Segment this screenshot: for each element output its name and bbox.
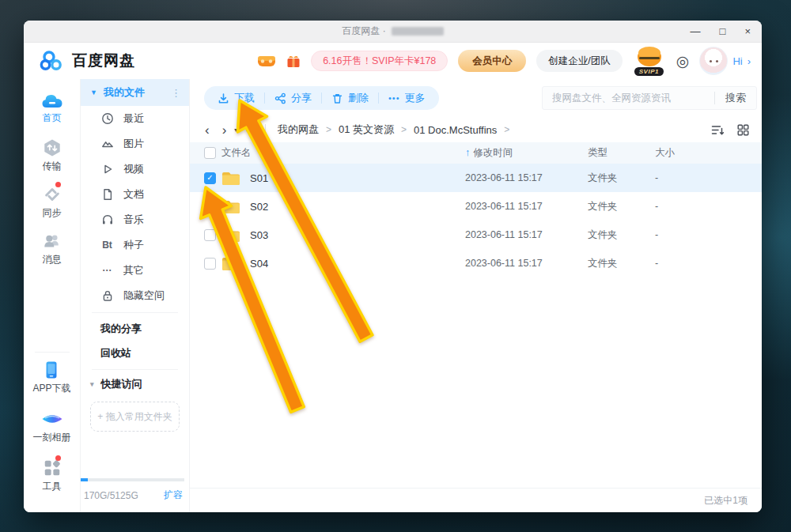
- expand-storage-link[interactable]: 扩容: [164, 489, 183, 502]
- title-bar[interactable]: 百度网盘 · — □ ×: [24, 21, 762, 43]
- folder-icon: [221, 199, 240, 214]
- theme-aperture-icon[interactable]: ◎: [676, 54, 690, 69]
- breadcrumb-folder[interactable]: 01 英文资源: [339, 123, 394, 137]
- notification-dot: [55, 455, 61, 461]
- sidebar-item-videos[interactable]: 视频: [81, 157, 189, 182]
- sidebar-item-pictures[interactable]: 图片: [81, 131, 189, 157]
- storage-progress-fill: [81, 478, 88, 481]
- download-button[interactable]: 下载: [208, 91, 264, 105]
- sidebar-item-quick-access[interactable]: ▾ 快捷访问: [81, 373, 189, 395]
- caret-down-icon: ▼: [90, 89, 97, 96]
- sort-order-icon[interactable]: [711, 124, 725, 136]
- sidebar-item-others[interactable]: ··· 其它: [81, 258, 189, 283]
- sidebar-item-label: 音乐: [123, 213, 144, 227]
- rail-item-sync[interactable]: 同步: [42, 185, 62, 220]
- table-row[interactable]: ✓ S03 2023-06-11 15:17 文件夹 -: [190, 221, 762, 249]
- rail-item-photos[interactable]: 一刻相册: [33, 409, 71, 444]
- search-button[interactable]: 搜索: [715, 91, 756, 105]
- transfer-icon: [42, 138, 62, 157]
- more-button[interactable]: ••• 更多: [379, 91, 435, 105]
- file-size: -: [655, 258, 746, 269]
- rail-label: 首页: [43, 111, 62, 125]
- user-account[interactable]: Hi ›: [699, 47, 751, 75]
- kebab-menu-icon[interactable]: ⋮: [171, 87, 181, 99]
- search-input[interactable]: [543, 92, 714, 104]
- rail-label: 同步: [43, 206, 62, 220]
- refresh-icon[interactable]: ↻: [244, 123, 255, 137]
- file-browser-panel: 下载 分享: [190, 79, 762, 512]
- sidebar-item-recent[interactable]: 最近: [81, 106, 189, 131]
- sidebar-item-documents[interactable]: 文档: [81, 182, 189, 207]
- row-S02-checkbox[interactable]: ✓: [204, 201, 216, 213]
- sidebar-item-recycle-bin[interactable]: 回收站: [81, 341, 189, 365]
- back-button[interactable]: ‹: [205, 123, 210, 137]
- history-caret-icon[interactable]: ▾: [234, 126, 237, 134]
- rail-item-home[interactable]: 首页: [41, 92, 63, 126]
- play-icon: [100, 163, 114, 175]
- rail-item-app-download[interactable]: APP下载: [32, 360, 70, 395]
- share-button[interactable]: 分享: [265, 91, 321, 105]
- rail-label: 一刻相册: [33, 431, 71, 444]
- messages-icon: [42, 232, 62, 251]
- avatar: [699, 47, 728, 75]
- sidebar-item-my-shares[interactable]: 我的分享: [81, 316, 189, 341]
- forward-button[interactable]: ›: [222, 123, 227, 137]
- breadcrumb-bar: ‹ › ▾ ↻ 我的网盘 > 01 英文资源 > 01 Doc.McStuffi…: [190, 117, 762, 142]
- grid-view-icon[interactable]: [737, 124, 749, 136]
- phone-icon: [41, 360, 62, 379]
- column-type[interactable]: 类型: [588, 146, 655, 160]
- rail-item-transfer[interactable]: 传输: [42, 138, 62, 173]
- sidebar-item-label: 我的分享: [100, 322, 142, 336]
- gift-icon[interactable]: [286, 55, 301, 68]
- svip-promo-banner[interactable]: 6.16开售！SVIP年卡¥178: [311, 51, 448, 71]
- sidebar-item-label: 其它: [123, 263, 144, 277]
- column-name[interactable]: 文件名: [221, 146, 465, 160]
- sidebar-item-my-files[interactable]: ▼ 我的文件 ⋮: [81, 79, 189, 106]
- breadcrumb-current[interactable]: 01 Doc.McStuffins: [414, 124, 497, 136]
- select-all-checkbox[interactable]: ✓: [204, 147, 216, 159]
- table-row[interactable]: ✓ S02 2023-06-11 15:17 文件夹 -: [190, 192, 762, 221]
- column-time[interactable]: ↑修改时间: [465, 146, 588, 160]
- notification-dot: [55, 182, 61, 187]
- rail-item-tools[interactable]: 工具: [42, 458, 62, 493]
- nav-rail: 首页 传输 同步: [24, 79, 81, 512]
- minimize-button[interactable]: —: [691, 26, 701, 36]
- row-S04-checkbox[interactable]: ✓: [204, 258, 216, 270]
- file-type: 文件夹: [588, 228, 655, 242]
- maximize-button[interactable]: □: [720, 26, 726, 36]
- share-icon: [274, 92, 286, 104]
- headphones-icon: [100, 213, 114, 226]
- drag-folder-dropzone[interactable]: + 拖入常用文件夹: [90, 402, 180, 432]
- breadcrumb-root[interactable]: 我的网盘: [278, 123, 319, 137]
- close-button[interactable]: ×: [744, 26, 751, 36]
- more-dots-icon: •••: [388, 93, 400, 103]
- member-center-button[interactable]: 会员中心: [458, 50, 526, 72]
- file-type: 文件夹: [588, 172, 655, 185]
- file-name: S02: [250, 201, 268, 213]
- cloud-icon: [41, 92, 63, 109]
- svip-avatar[interactable]: SVIP1: [633, 46, 666, 76]
- file-sidebar: ▼ 我的文件 ⋮ 最近 图片: [81, 79, 190, 512]
- sidebar-item-label: 种子: [123, 238, 144, 252]
- sidebar-item-hidden-space[interactable]: 隐藏空间: [81, 283, 189, 308]
- row-S03-checkbox[interactable]: ✓: [204, 229, 216, 241]
- sidebar-item-torrents[interactable]: Bt 种子: [81, 232, 189, 258]
- create-team-button[interactable]: 创建企业/团队: [536, 50, 622, 72]
- game-controller-icon[interactable]: [257, 55, 276, 68]
- action-label: 删除: [348, 91, 369, 105]
- caret-down-icon: ▾: [90, 380, 94, 388]
- lens-icon: [41, 409, 63, 428]
- action-label: 下载: [234, 91, 255, 105]
- table-row[interactable]: ✓ S01 2023-06-11 15:17 文件夹 -: [190, 164, 762, 192]
- sidebar-item-music[interactable]: 音乐: [81, 207, 189, 232]
- table-row[interactable]: ✓ S04 2023-06-11 15:17 文件夹 -: [190, 249, 762, 277]
- rail-item-messages[interactable]: 消息: [42, 232, 62, 266]
- row-S01-checkbox[interactable]: ✓: [204, 172, 216, 184]
- tools-grid-icon: [42, 458, 62, 477]
- sidebar-item-label: 图片: [123, 137, 144, 151]
- search-bar: 搜索: [542, 86, 757, 110]
- baidu-pan-logo-icon: [40, 51, 65, 71]
- column-size[interactable]: 大小: [655, 146, 746, 160]
- file-name: S03: [250, 229, 268, 241]
- delete-button[interactable]: 删除: [322, 91, 378, 105]
